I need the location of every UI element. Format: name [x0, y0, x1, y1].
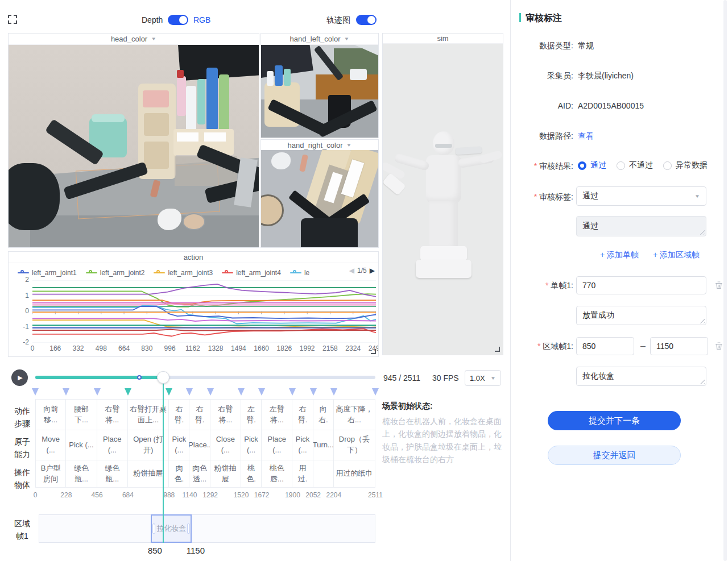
- camera-name: hand_right_color: [288, 141, 343, 149]
- frame-axis-label: 684: [122, 491, 134, 499]
- table-cell: 右臂将...: [97, 399, 128, 430]
- cleanser-tube: [206, 68, 218, 130]
- timeline-marker[interactable]: [207, 388, 214, 396]
- legend-label: left_arm_joint4: [236, 269, 281, 277]
- organizer-slot: [144, 113, 169, 136]
- region-segment[interactable]: 拉化妆盒: [151, 514, 191, 543]
- sim-view[interactable]: [383, 44, 503, 355]
- segment-left-handle[interactable]: [153, 524, 155, 533]
- robot-right-gripper: [456, 146, 482, 155]
- chevron-right-icon[interactable]: ▶: [370, 267, 375, 275]
- resize-handle-icon[interactable]: [371, 349, 376, 354]
- chart-title-bar: action: [9, 252, 378, 263]
- camera-name: hand_left_color: [290, 35, 341, 43]
- hand-left-camera-title[interactable]: hand_left_color▼: [261, 34, 378, 45]
- timeline-marker[interactable]: [289, 388, 296, 396]
- chart-title: action: [184, 253, 204, 261]
- submit-return-button[interactable]: 提交并返回: [548, 446, 681, 465]
- timeline-marker[interactable]: [330, 388, 337, 396]
- legend-item[interactable]: left_arm_joint3: [154, 269, 213, 277]
- legend-item[interactable]: le: [290, 269, 309, 277]
- hand-right-camera-panel: hand_right_color▼: [260, 139, 379, 248]
- y-tick-label: -2: [12, 338, 29, 346]
- timeline-marker[interactable]: [186, 388, 193, 396]
- resize-handle-icon[interactable]: [495, 347, 500, 352]
- region-segment-label: 拉化妆盒: [156, 523, 186, 534]
- add-single-frame-link[interactable]: + 添加单帧: [600, 250, 639, 260]
- robot-base-upper: [420, 246, 467, 261]
- review-tag-note[interactable]: 通过: [576, 216, 706, 236]
- table-cell: B户型房间: [35, 460, 66, 488]
- resize-grip-icon[interactable]: [700, 379, 705, 384]
- region-start-input[interactable]: 850: [576, 337, 634, 355]
- radio-option[interactable]: 异常数据: [663, 160, 708, 171]
- speed-select[interactable]: 1.0X ▼: [465, 370, 501, 386]
- sim-panel: sim: [382, 33, 503, 355]
- robot-visor: [435, 144, 452, 148]
- frame-axis-label: 2052: [305, 491, 321, 499]
- timeline-marker[interactable]: [94, 388, 101, 396]
- delete-icon[interactable]: [714, 341, 723, 351]
- radio-option[interactable]: 通过: [578, 160, 606, 171]
- legend-item[interactable]: left_arm_joint4: [222, 269, 281, 277]
- trajectory-toggle[interactable]: [356, 15, 377, 25]
- timeline-marker[interactable]: [32, 388, 39, 396]
- data-path-link[interactable]: 查看: [578, 131, 594, 142]
- radio-selected-icon: [578, 161, 586, 170]
- timeline-marker[interactable]: [238, 388, 245, 396]
- timeline-marker[interactable]: [258, 388, 265, 396]
- frame-axis-label: 2511: [368, 491, 383, 499]
- scrollbar[interactable]: [723, 0, 727, 561]
- legend-item[interactable]: left_arm_joint2: [86, 269, 145, 277]
- single-frame-input[interactable]: 770: [576, 276, 706, 294]
- fullscreen-icon[interactable]: [8, 15, 17, 24]
- hand-left-camera-panel: hand_left_color▼: [260, 33, 379, 138]
- segment-right-handle[interactable]: [188, 524, 189, 533]
- frame-axis-label: 1292: [202, 491, 218, 499]
- play-button[interactable]: ▶: [11, 369, 28, 386]
- region-track[interactable]: 拉化妆盒: [39, 514, 375, 543]
- slider-handle[interactable]: [157, 371, 169, 384]
- table-cell: 左臂将...: [262, 399, 292, 430]
- add-region-frame-link[interactable]: + 添加区域帧: [653, 250, 700, 260]
- atomic-skills-row: Move (...Pick (...Place (...Open (打开)Pic…: [35, 430, 376, 460]
- table-cell: 右臂.: [292, 399, 313, 430]
- legend-label: left_arm_joint2: [100, 269, 145, 277]
- frame-axis-label: 1140: [183, 491, 197, 499]
- white-bottle: [267, 71, 274, 86]
- chevron-down-icon: ▼: [490, 376, 496, 381]
- head-camera-image: [9, 45, 259, 247]
- timeline-marker[interactable]: [125, 388, 131, 396]
- submit-next-button[interactable]: 提交并下一条: [548, 411, 681, 430]
- table-cell: 腰部下...: [66, 399, 97, 430]
- action-steps-row: 向前移...腰部下...右臂将...右臂打开桌面上...右臂.右臂.右臂将...…: [35, 399, 376, 430]
- hand-right-camera-title[interactable]: hand_right_color▼: [261, 140, 378, 151]
- review-tag-select[interactable]: 通过 ▼: [576, 186, 706, 206]
- delete-icon[interactable]: [714, 280, 723, 290]
- depth-rgb-toggle[interactable]: [168, 15, 188, 25]
- legend-label: left_arm_joint3: [168, 269, 213, 277]
- resize-grip-icon[interactable]: [700, 230, 705, 235]
- region-end-input[interactable]: 1150: [650, 337, 708, 355]
- table-cell: 右臂.: [189, 399, 210, 430]
- timeline-marker[interactable]: [166, 388, 172, 396]
- frame-axis-label: 988: [163, 491, 175, 499]
- tissue-box: [350, 69, 367, 80]
- teal-bottle: [284, 69, 291, 86]
- radio-option[interactable]: 不通过: [617, 160, 653, 171]
- region-frame-note[interactable]: 拉化妆盒: [576, 367, 706, 386]
- hand-left-camera-image: [261, 45, 378, 138]
- chevron-left-icon[interactable]: ◀: [349, 267, 354, 275]
- info-field-value: 常规: [578, 41, 594, 51]
- timeline-marker[interactable]: [63, 388, 69, 396]
- single-frame-note[interactable]: 放置成功: [576, 306, 706, 325]
- resize-grip-icon[interactable]: [700, 318, 705, 323]
- timeline-marker[interactable]: [310, 388, 317, 396]
- chart-plot[interactable]: [32, 280, 376, 343]
- chevron-down-icon: ▼: [151, 36, 156, 41]
- x-tick-label: 1660: [254, 344, 269, 352]
- head-camera-title[interactable]: head_color▼: [9, 34, 259, 45]
- robot-left-arm: [394, 153, 430, 171]
- timeline-marker[interactable]: [372, 388, 379, 396]
- row-label-objects: 操作物体: [13, 466, 32, 491]
